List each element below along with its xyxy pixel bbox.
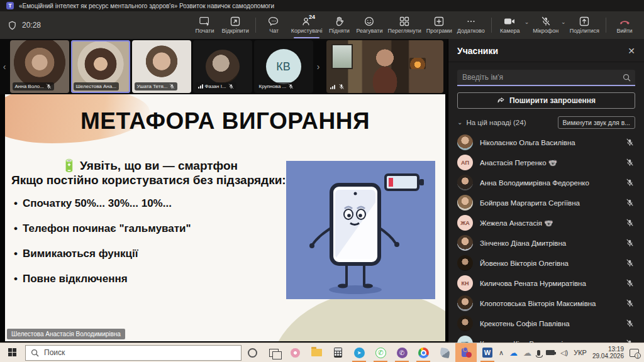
participants-panel: Учасники ✕ Поширити запрошення ⌄ На цій … <box>448 39 644 343</box>
participant-search-input[interactable] <box>457 70 635 86</box>
start-button[interactable] <box>0 343 25 362</box>
whatsapp-icon[interactable] <box>370 343 391 362</box>
tray-expand-chevron[interactable]: ∧ <box>499 349 504 357</box>
participant-row[interactable]: Клопотовська Вікторія Максимівна <box>448 293 644 314</box>
slide-title: МЕТАФОРА ВИГОРАННЯ <box>5 108 445 134</box>
sad-phone-character <box>286 161 435 299</box>
avatar <box>457 235 473 251</box>
mic-muted-icon <box>626 299 634 307</box>
mic-button[interactable]: Мікрофон <box>530 11 561 39</box>
video-tile[interactable]: КВКрупнова ... <box>254 40 313 93</box>
participant-row[interactable]: АПАнастасія Петренко 🐨 <box>448 153 644 173</box>
avatar <box>457 175 473 190</box>
record-button[interactable]: Почати <box>191 11 219 39</box>
slide-bullet: Телефон починає "гальмувати" <box>23 222 288 235</box>
mic-muted-icon <box>228 84 234 89</box>
raise-hand-button[interactable]: Підняти <box>325 11 353 39</box>
camera-options-chevron[interactable]: ⌄ <box>525 19 530 25</box>
mic-options-chevron[interactable]: ⌄ <box>561 19 566 25</box>
tile-name-label: Крупнова ... <box>257 82 297 90</box>
participant-row[interactable]: Бойправ Маргарита Сергіївна <box>448 193 644 213</box>
flower-app-icon[interactable] <box>284 343 306 362</box>
avatar: КВ <box>457 336 473 343</box>
signal-bars-icon <box>330 85 335 89</box>
task-view-icon[interactable] <box>263 343 284 362</box>
camera-button[interactable]: Камера <box>496 11 525 39</box>
share-invite-icon <box>497 96 505 104</box>
participant-row[interactable]: ЖАЖежела Анастасія 🐨 <box>448 213 644 233</box>
react-button[interactable]: Реагувати <box>353 11 385 39</box>
virtual-bg-window <box>331 44 353 69</box>
presenter-name-label: Шелестова Анастасія Володимирівна <box>7 329 125 339</box>
mic-muted-icon <box>46 84 52 89</box>
slide-lead-line-1: 🔋 Уявіть, що ви — смартфон <box>11 158 288 173</box>
participant-row[interactable]: Йовенко Вікторія Олегівна <box>448 253 644 273</box>
telegram-icon[interactable] <box>348 343 370 362</box>
viber-icon[interactable] <box>391 343 413 362</box>
notification-badge: 1 <box>635 353 641 359</box>
apps-button[interactable]: Програми <box>424 11 455 39</box>
volume-icon[interactable]: ◁) <box>560 349 568 357</box>
close-panel-icon[interactable]: ✕ <box>628 46 635 56</box>
chat-button[interactable]: Чат <box>260 11 289 39</box>
mic-muted-icon <box>626 158 634 167</box>
view-button[interactable]: Переглянути <box>385 11 423 39</box>
slide-bullet: Вимикаються функції <box>23 248 288 260</box>
video-tile[interactable]: Фазан І... <box>193 40 252 93</box>
video-tile[interactable]: Ушата Тетя... <box>132 40 191 93</box>
participant-row[interactable]: Ніколаєнко Ольга Василівна <box>448 133 644 153</box>
unpin-button[interactable]: Відкріпити <box>219 11 252 39</box>
leave-button[interactable]: Вийти <box>610 11 639 39</box>
participant-row[interactable]: Анна Володимирівна Федоренко <box>448 173 644 193</box>
avatar: КВ <box>266 49 301 84</box>
teams-taskbar-icon[interactable] <box>455 343 477 362</box>
window-titlebar: «Емоційний інтелект як ресурс ментальног… <box>0 0 644 11</box>
mute-all-button[interactable]: Вимкнути звук для в... <box>558 116 635 129</box>
taskbar-search-box[interactable]: Поиск <box>25 345 242 361</box>
participant-row[interactable]: КВКрупнова Кіра Вячеславівна <box>448 334 644 343</box>
windows-logo-icon <box>8 348 17 357</box>
file-explorer-icon[interactable] <box>306 343 327 362</box>
avatar: КН <box>457 275 473 291</box>
participant-row[interactable]: Зінченко Діана Дмитрівна <box>448 233 644 253</box>
windows-taskbar: Поиск W ∧ ☁ ☁ ◁) УКР 13:19 29. <box>0 343 644 362</box>
participant-name: Крекотень Софія Павлівна <box>480 320 619 327</box>
share-invite-button[interactable]: Поширити запрошення <box>457 92 635 109</box>
search-icon <box>31 349 39 357</box>
clock[interactable]: 13:19 29.04.2026 <box>592 346 624 359</box>
chrome-icon[interactable] <box>413 343 434 362</box>
slide-bullet-list: Спочатку 50%... 30%... 10%...Телефон поч… <box>11 197 288 285</box>
more-button[interactable]: Додатково <box>455 11 487 39</box>
section-chevron-icon[interactable]: ⌄ <box>457 119 462 126</box>
participant-name: Йовенко Вікторія Олегівна <box>480 260 619 267</box>
video-tile[interactable]: Анна Воло... <box>10 40 69 93</box>
filmstrip-next-chevron[interactable]: › <box>314 62 323 72</box>
tray-mic-icon[interactable] <box>537 350 540 356</box>
language-indicator[interactable]: УКР <box>574 349 587 356</box>
taskbar-search-placeholder: Поиск <box>44 348 65 357</box>
calculator-icon[interactable] <box>327 343 348 362</box>
cortana-icon[interactable] <box>242 343 263 362</box>
notification-center-icon[interactable]: 1 <box>630 349 639 357</box>
mic-muted-icon <box>626 138 634 146</box>
share-button[interactable]: Поділитися <box>567 11 602 39</box>
toolbar-divider <box>491 18 492 33</box>
filmstrip-prev-chevron[interactable]: ‹ <box>0 62 9 72</box>
paint-app-icon[interactable] <box>434 343 455 362</box>
mic-muted-icon <box>288 84 294 89</box>
word-icon[interactable]: W <box>477 343 498 362</box>
video-tile[interactable]: Шелестова Ана... <box>71 40 130 93</box>
battery-icon[interactable] <box>546 350 555 355</box>
meeting-title: «Емоційний інтелект як ресурс ментальног… <box>19 3 274 9</box>
pinned-video-tile[interactable] <box>326 40 443 93</box>
participant-row[interactable]: Крекотень Софія Павлівна <box>448 314 644 334</box>
cloud-icon[interactable]: ☁ <box>523 348 531 358</box>
meeting-toolbar: 20:28 Почати Відкріпити Чат 24 Користува… <box>0 11 644 39</box>
participant-name: Клопотовська Вікторія Максимівна <box>480 300 619 307</box>
tile-name-label: Шелестова Ана... <box>74 82 119 90</box>
people-count-badge: 24 <box>309 14 315 20</box>
onedrive-icon[interactable]: ☁ <box>509 348 518 358</box>
panel-divider <box>448 62 644 62</box>
people-button[interactable]: 24 Користувачі <box>289 11 325 39</box>
participant-row[interactable]: КНКиличова Рената Нурмиратівна <box>448 273 644 293</box>
